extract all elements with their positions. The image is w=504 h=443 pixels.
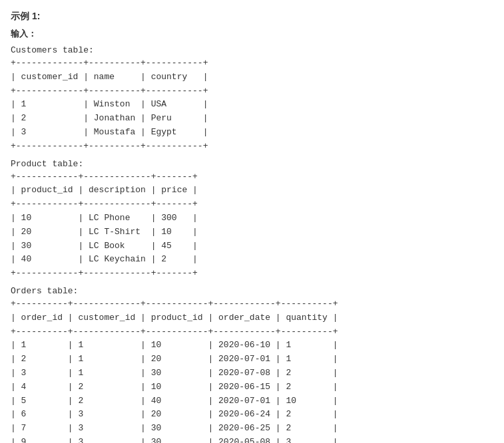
orders-table: +----------+-------------+------------+-… — [11, 297, 493, 443]
orders-label: Orders table: — [11, 286, 493, 296]
page-container: 示例 1: 输入： Customers table: +------------… — [11, 11, 493, 443]
product-table: +------------+-------------+-------+ | p… — [11, 170, 493, 281]
customers-label: Customers table: — [11, 45, 493, 55]
product-label: Product table: — [11, 159, 493, 169]
customers-table: +-------------+----------+-----------+ |… — [11, 57, 493, 154]
example-title: 示例 1: — [11, 11, 493, 23]
input-label: 输入： — [11, 28, 493, 40]
